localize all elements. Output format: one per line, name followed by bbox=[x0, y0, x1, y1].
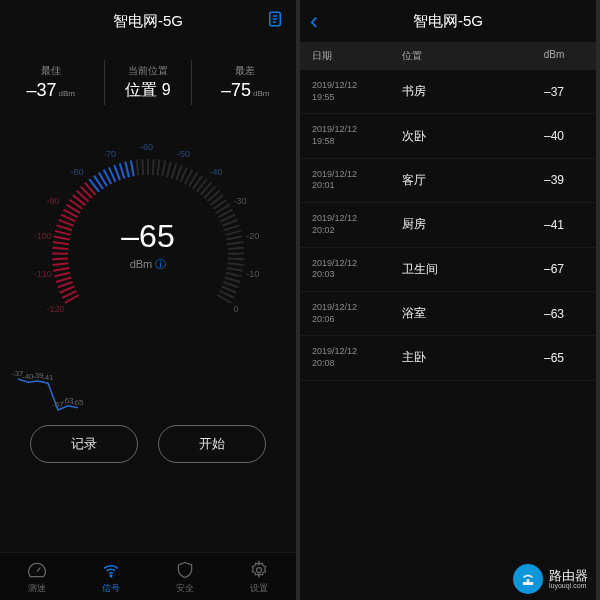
svg-line-71 bbox=[223, 282, 238, 287]
tab-label: 测速 bbox=[0, 582, 74, 595]
svg-line-75 bbox=[37, 568, 40, 572]
start-button[interactable]: 开始 bbox=[158, 425, 266, 463]
svg-rect-79 bbox=[523, 582, 534, 585]
row-date: 2019/12/1220:06 bbox=[312, 302, 402, 325]
svg-line-62 bbox=[226, 236, 242, 239]
table-row[interactable]: 2019/12/1219:58 次卧 –40 bbox=[300, 114, 596, 158]
gauge-tick: -50 bbox=[177, 149, 190, 159]
row-dbm: –63 bbox=[524, 307, 584, 321]
spark-point-label: -41 bbox=[42, 373, 54, 382]
svg-point-78 bbox=[527, 579, 530, 582]
table-row[interactable]: 2019/12/1220:01 客厅 –39 bbox=[300, 159, 596, 203]
table-row[interactable]: 2019/12/1219:55 书房 –37 bbox=[300, 70, 596, 114]
watermark-text: 路由器 luyouqi.com bbox=[549, 569, 588, 590]
svg-line-38 bbox=[142, 159, 143, 175]
worst-stat: 最差 –75dBm bbox=[205, 60, 285, 105]
svg-line-61 bbox=[225, 231, 240, 235]
svg-line-64 bbox=[228, 248, 244, 249]
current-label: 当前位置 bbox=[125, 64, 170, 78]
svg-line-17 bbox=[55, 231, 70, 235]
table-row[interactable]: 2019/12/1220:02 厨房 –41 bbox=[300, 203, 596, 247]
gauge-tick: -20 bbox=[246, 231, 259, 241]
svg-line-44 bbox=[172, 163, 177, 178]
svg-line-59 bbox=[222, 220, 237, 226]
svg-line-67 bbox=[228, 263, 244, 265]
row-date: 2019/12/1220:08 bbox=[312, 346, 402, 369]
page-title: 智电网-5G bbox=[413, 12, 483, 31]
svg-line-40 bbox=[153, 159, 154, 175]
best-label: 最佳 bbox=[19, 64, 83, 78]
document-icon[interactable] bbox=[266, 10, 284, 32]
svg-line-16 bbox=[54, 236, 70, 239]
tab-label: 安全 bbox=[148, 582, 222, 595]
page-title: 智电网-5G bbox=[113, 12, 183, 31]
col-dbm: dBm bbox=[524, 49, 584, 63]
header: ‹ 智电网-5G bbox=[300, 0, 596, 42]
gauge-unit: dBm ⓘ bbox=[121, 257, 174, 272]
best-unit: dBm bbox=[59, 89, 75, 98]
spark-point-label: -65 bbox=[72, 398, 84, 407]
svg-line-9 bbox=[54, 273, 70, 277]
svg-line-35 bbox=[125, 162, 129, 178]
svg-line-42 bbox=[162, 161, 165, 177]
tab-security[interactable]: 安全 bbox=[148, 553, 222, 600]
svg-line-19 bbox=[59, 220, 74, 226]
col-loc: 位置 bbox=[402, 49, 524, 63]
shield-icon bbox=[148, 560, 222, 580]
svg-line-43 bbox=[167, 162, 171, 178]
watermark: 路由器 luyouqi.com bbox=[513, 564, 588, 594]
back-icon[interactable]: ‹ bbox=[310, 7, 318, 35]
svg-line-36 bbox=[131, 161, 134, 177]
svg-line-12 bbox=[52, 259, 68, 260]
table-row[interactable]: 2019/12/1220:03 卫生间 –67 bbox=[300, 248, 596, 292]
gauge-tick: -110 bbox=[34, 269, 52, 279]
tab-signal[interactable]: 信号 bbox=[74, 553, 148, 600]
svg-line-11 bbox=[53, 263, 69, 265]
row-date: 2019/12/1220:02 bbox=[312, 213, 402, 236]
svg-line-37 bbox=[137, 160, 139, 176]
gauge-tick: -30 bbox=[234, 196, 247, 206]
gear-icon bbox=[222, 560, 296, 580]
table-body: 2019/12/1219:55 书房 –372019/12/1219:58 次卧… bbox=[300, 70, 596, 381]
gauge-tick: -70 bbox=[103, 149, 116, 159]
svg-line-68 bbox=[227, 268, 243, 271]
row-dbm: –39 bbox=[524, 173, 584, 187]
wifi-icon bbox=[74, 560, 148, 580]
svg-point-77 bbox=[257, 568, 262, 573]
info-icon[interactable]: ⓘ bbox=[155, 258, 166, 270]
svg-line-33 bbox=[114, 165, 120, 180]
col-date: 日期 bbox=[312, 49, 402, 63]
table-row[interactable]: 2019/12/1220:06 浴室 –63 bbox=[300, 292, 596, 336]
svg-line-7 bbox=[58, 282, 73, 287]
record-button[interactable]: 记录 bbox=[30, 425, 138, 463]
gauge-tick: -120 bbox=[46, 304, 64, 314]
svg-line-18 bbox=[57, 225, 72, 230]
signal-stats: 最佳 –37dBm 当前位置 位置 9 最差 –75dBm bbox=[0, 42, 296, 113]
row-date: 2019/12/1220:03 bbox=[312, 258, 402, 281]
row-date: 2019/12/1219:58 bbox=[312, 124, 402, 147]
svg-line-8 bbox=[56, 277, 71, 281]
row-dbm: –41 bbox=[524, 218, 584, 232]
svg-line-70 bbox=[225, 277, 240, 281]
gauge-value: –65 bbox=[121, 218, 174, 255]
tab-speed[interactable]: 测速 bbox=[0, 553, 74, 600]
row-location: 次卧 bbox=[402, 128, 524, 145]
gauge-tick: -10 bbox=[246, 269, 259, 279]
svg-line-10 bbox=[53, 268, 69, 271]
signal-screen: 智电网-5G 最佳 –37dBm 当前位置 位置 9 最差 –75dBm –65… bbox=[0, 0, 300, 600]
row-location: 书房 bbox=[402, 83, 524, 100]
best-value: –37 bbox=[27, 80, 57, 100]
tab-settings[interactable]: 设置 bbox=[222, 553, 296, 600]
header: 智电网-5G bbox=[0, 0, 296, 42]
row-dbm: –40 bbox=[524, 129, 584, 143]
table-row[interactable]: 2019/12/1220:08 主卧 –65 bbox=[300, 336, 596, 380]
signal-gauge: –65 dBm ⓘ -120-110-100-90-80-70-60-50-40… bbox=[18, 115, 278, 375]
gauge-tick: 0 bbox=[234, 304, 239, 314]
best-stat: 最佳 –37dBm bbox=[11, 60, 91, 105]
svg-line-14 bbox=[52, 248, 68, 249]
tab-label: 信号 bbox=[74, 582, 148, 595]
svg-line-34 bbox=[120, 163, 125, 178]
row-dbm: –67 bbox=[524, 262, 584, 276]
history-screen: ‹ 智电网-5G 日期 位置 dBm 2019/12/1219:55 书房 –3… bbox=[300, 0, 600, 600]
worst-unit: dBm bbox=[253, 89, 269, 98]
